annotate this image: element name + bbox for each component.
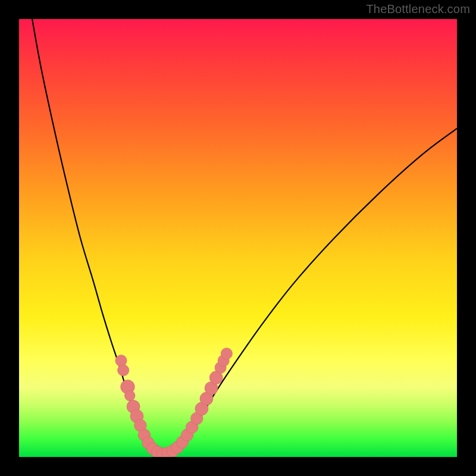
sample-dots [115,348,233,457]
plot-area [19,19,457,457]
sample-dot [115,355,127,367]
sample-dot [221,348,232,359]
sample-dot [124,390,135,401]
watermark-text: TheBottleneck.com [366,2,470,16]
sample-dot [118,365,129,376]
chart-frame: TheBottleneck.com [0,0,476,476]
curve-svg [19,19,457,457]
bottleneck-curve [32,19,457,455]
